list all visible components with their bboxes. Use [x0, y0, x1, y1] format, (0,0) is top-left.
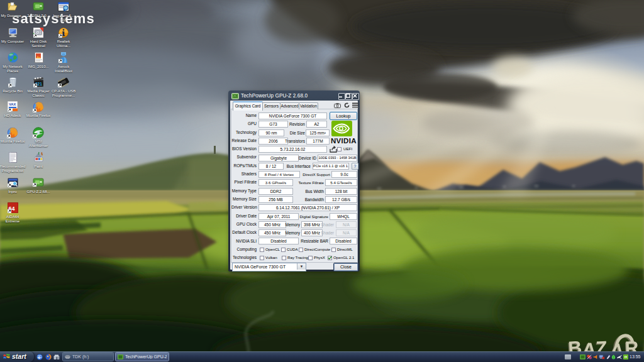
svg-text:VAX: VAX — [9, 102, 16, 106]
svg-text:e: e — [38, 355, 41, 359]
svg-text:NVIDIA: NVIDIA — [331, 137, 357, 145]
